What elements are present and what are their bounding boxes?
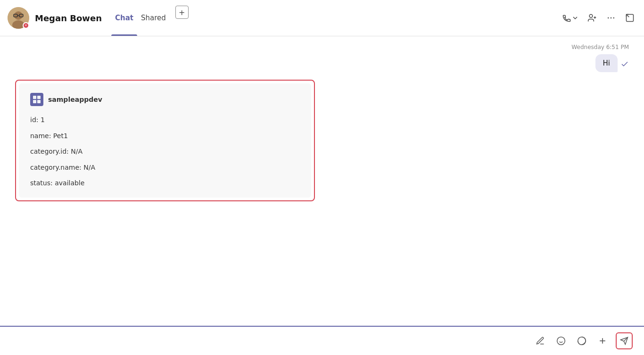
avatar-status: ✕ bbox=[23, 22, 29, 29]
sticker-button[interactable] bbox=[574, 333, 589, 348]
svg-point-10 bbox=[611, 17, 612, 19]
more-options-button[interactable] bbox=[604, 11, 618, 25]
app-icon bbox=[30, 93, 43, 106]
app-icon-svg bbox=[33, 95, 41, 104]
sent-message-row: Hi bbox=[15, 54, 629, 72]
pop-out-button[interactable] bbox=[623, 11, 636, 25]
field-name: name: Pet1 bbox=[30, 132, 300, 141]
app-name: sampleappdev bbox=[48, 96, 102, 103]
svg-rect-16 bbox=[33, 100, 36, 103]
field-category-name: category.name: N/A bbox=[30, 163, 300, 173]
svg-rect-17 bbox=[37, 100, 41, 103]
header: ✕ Megan Bowen Chat Shared + bbox=[0, 0, 644, 36]
field-category-id: category.id: N/A bbox=[30, 147, 300, 157]
attach-icon bbox=[598, 336, 607, 346]
add-people-icon bbox=[587, 13, 597, 23]
emoji-button[interactable] bbox=[553, 333, 569, 348]
field-id: id: 1 bbox=[30, 116, 300, 125]
delivered-icon bbox=[620, 60, 629, 70]
phone-icon bbox=[562, 13, 571, 23]
sticker-icon bbox=[577, 336, 586, 346]
tab-nav: Chat Shared bbox=[111, 0, 170, 36]
svg-rect-14 bbox=[33, 96, 36, 99]
call-button[interactable] bbox=[560, 11, 580, 25]
pop-out-icon bbox=[625, 13, 635, 23]
tab-shared[interactable]: Shared bbox=[137, 0, 170, 36]
card-header: sampleappdev bbox=[30, 93, 300, 106]
format-icon bbox=[536, 336, 545, 346]
attach-button[interactable] bbox=[595, 333, 610, 348]
user-name: Megan Bowen bbox=[35, 13, 102, 23]
format-button[interactable] bbox=[533, 333, 548, 348]
svg-line-13 bbox=[627, 15, 629, 17]
svg-point-18 bbox=[557, 337, 565, 345]
avatar-status-dot: ✕ bbox=[24, 23, 28, 28]
more-options-icon bbox=[606, 13, 616, 23]
bot-message-row: sampleappdev id: 1 name: Pet1 category.i… bbox=[15, 80, 629, 201]
header-actions bbox=[560, 11, 636, 25]
add-tab-button[interactable]: + bbox=[175, 6, 189, 19]
avatar: ✕ bbox=[8, 7, 29, 29]
tab-chat[interactable]: Chat bbox=[111, 0, 137, 36]
emoji-icon bbox=[556, 336, 566, 346]
bot-card-inner: sampleappdev id: 1 name: Pet1 category.i… bbox=[19, 83, 311, 198]
date-divider: Wednesday 6:51 PM bbox=[15, 44, 629, 50]
chat-area: Wednesday 6:51 PM Hi bbox=[0, 36, 644, 326]
composer bbox=[0, 326, 644, 355]
send-icon bbox=[620, 337, 628, 345]
send-button[interactable] bbox=[616, 332, 633, 349]
add-people-button[interactable] bbox=[586, 11, 599, 25]
svg-rect-15 bbox=[37, 96, 41, 99]
sent-bubble: Hi bbox=[595, 54, 618, 72]
chevron-down-icon bbox=[572, 15, 578, 21]
field-status: status: available bbox=[30, 179, 300, 188]
svg-point-6 bbox=[589, 15, 593, 18]
svg-point-9 bbox=[608, 17, 609, 19]
svg-point-11 bbox=[613, 17, 615, 19]
bot-card-outer: sampleappdev id: 1 name: Pet1 category.i… bbox=[15, 80, 315, 201]
